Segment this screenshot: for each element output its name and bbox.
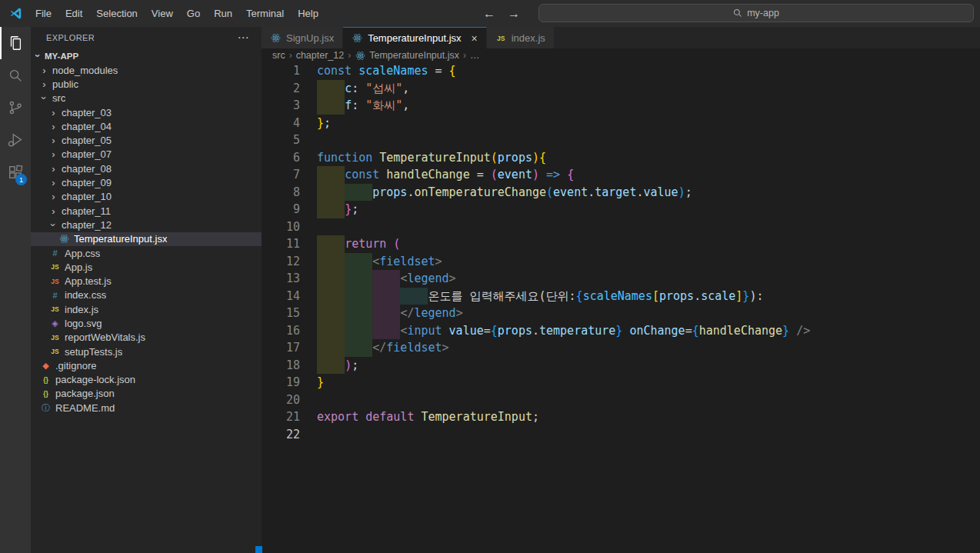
code-line[interactable]: 16 <input value={props.temperature} onCh…: [262, 322, 980, 340]
line-number[interactable]: 3: [262, 97, 300, 115]
code-line[interactable]: 8 props.onTemperatureChange(event.target…: [262, 184, 980, 202]
command-center[interactable]: my-app: [538, 4, 974, 22]
activity-run-debug-button[interactable]: [0, 124, 31, 156]
tree-item[interactable]: ›chapter_05: [31, 133, 262, 147]
line-number[interactable]: 1: [262, 62, 300, 80]
line-number[interactable]: 4: [262, 115, 300, 132]
code-line[interactable]: 18 );: [262, 357, 980, 375]
tree-item[interactable]: ›chapter_11: [31, 204, 262, 218]
forward-arrow-icon[interactable]: →: [508, 7, 520, 21]
code-line[interactable]: 6function TemperatureInput(props){: [262, 149, 980, 167]
line-number[interactable]: 19: [262, 374, 300, 391]
line-number[interactable]: 20: [262, 391, 300, 409]
code-line[interactable]: 7 const handleChange = (event) => {: [262, 166, 980, 184]
tree-item[interactable]: ›node_modules: [31, 63, 262, 77]
tree-item[interactable]: #App.css: [31, 246, 262, 260]
line-number[interactable]: 22: [262, 426, 300, 444]
tree-item[interactable]: ◈logo.svg: [31, 316, 262, 330]
tree-item[interactable]: JSreportWebVitals.js: [31, 331, 262, 345]
tree-item[interactable]: ›chapter_12: [31, 218, 262, 232]
tree-item[interactable]: ›chapter_09: [31, 175, 262, 189]
chevron-right-icon: ›: [49, 108, 58, 117]
menu-item-edit[interactable]: Edit: [58, 5, 89, 22]
tab-index-js[interactable]: JSindex.js: [487, 27, 555, 48]
activity-extensions-button[interactable]: 1: [0, 156, 31, 188]
line-number[interactable]: 5: [262, 132, 300, 149]
menu-item-selection[interactable]: Selection: [89, 5, 144, 22]
tree-item[interactable]: ›chapter_07: [31, 148, 262, 162]
tree-item[interactable]: {}package.json: [31, 387, 262, 401]
tree-item[interactable]: ›chapter_03: [31, 105, 262, 119]
line-number[interactable]: 8: [262, 184, 300, 202]
tree-item[interactable]: ›chapter_08: [31, 162, 262, 175]
tree-item[interactable]: JSApp.js: [31, 260, 262, 274]
tree-item[interactable]: ◆.gitignore: [31, 358, 262, 372]
code-token: [372, 151, 379, 165]
tab-signup-jsx[interactable]: SignUp.jsx: [262, 27, 343, 48]
line-number[interactable]: 21: [262, 408, 300, 426]
tree-item[interactable]: JSindex.js: [31, 302, 262, 316]
menu-item-file[interactable]: File: [28, 5, 58, 22]
code-line[interactable]: 12 <fieldset>: [262, 253, 980, 271]
code-line[interactable]: 22: [262, 426, 980, 444]
line-number[interactable]: 2: [262, 80, 300, 98]
line-number[interactable]: 12: [262, 253, 300, 271]
breadcrumb-item[interactable]: src: [272, 50, 285, 61]
code-line[interactable]: 3 f: "화씨",: [262, 97, 980, 115]
code-line[interactable]: 21export default TemperatureInput;: [262, 408, 980, 426]
tree-item[interactable]: JSsetupTests.js: [31, 345, 262, 358]
menu-item-help[interactable]: Help: [291, 5, 325, 22]
tree-item[interactable]: ›src: [31, 92, 262, 105]
menu-item-go[interactable]: Go: [180, 5, 207, 22]
breadcrumb-item[interactable]: TemperatureInput.jsx: [355, 50, 459, 61]
tree-item[interactable]: ⓘREADME.md: [31, 401, 262, 415]
code-line[interactable]: 11 return (: [262, 235, 980, 253]
tree-item[interactable]: {}package-lock.json: [31, 373, 262, 387]
menu-item-terminal[interactable]: Terminal: [239, 5, 291, 22]
tree-item[interactable]: ›chapter_04: [31, 119, 262, 133]
tab-temperatureinput-jsx[interactable]: TemperatureInput.jsx×: [343, 27, 487, 48]
breadcrumb-item[interactable]: …: [470, 50, 480, 61]
code-line[interactable]: 20: [262, 391, 980, 409]
back-arrow-icon[interactable]: ←: [483, 7, 495, 21]
code-line[interactable]: 13 <legend>: [262, 270, 980, 288]
tree-item[interactable]: #index.css: [31, 288, 262, 302]
workspace-root-folder[interactable]: › MY-APP: [31, 48, 262, 63]
line-number[interactable]: 15: [262, 305, 300, 322]
tree-item[interactable]: TemperatureInput.jsx: [31, 232, 262, 246]
chevron-right-icon: ›: [49, 178, 58, 187]
activity-source-control-button[interactable]: [0, 92, 31, 124]
code-token: </: [372, 341, 386, 355]
code-line[interactable]: 4};: [262, 115, 980, 132]
code-line[interactable]: 19}: [262, 374, 980, 391]
menu-item-view[interactable]: View: [145, 5, 180, 22]
breadcrumb-item[interactable]: chapter_12: [296, 50, 345, 61]
line-number[interactable]: 10: [262, 218, 300, 236]
line-number[interactable]: 16: [262, 322, 300, 340]
line-number[interactable]: 7: [262, 166, 300, 184]
line-number[interactable]: 17: [262, 339, 300, 357]
code-line[interactable]: 14 온도를 입력해주세요(단위:{scaleNames[props.scale…: [262, 288, 980, 305]
line-number[interactable]: 9: [262, 201, 300, 218]
code-line[interactable]: 9 };: [262, 201, 980, 218]
activity-explorer-button[interactable]: [0, 27, 31, 59]
code-editor[interactable]: 1const scaleNames = {2 c: "섭씨",3 f: "화씨"…: [262, 62, 980, 553]
line-number[interactable]: 11: [262, 235, 300, 253]
code-line[interactable]: 1const scaleNames = {: [262, 62, 980, 80]
code-line[interactable]: 17 </fieldset>: [262, 339, 980, 357]
code-line[interactable]: 2 c: "섭씨",: [262, 80, 980, 98]
code-line[interactable]: 15 </legend>: [262, 305, 980, 322]
tree-item[interactable]: JSApp.test.js: [31, 274, 262, 288]
close-icon[interactable]: ×: [472, 33, 478, 44]
code-line[interactable]: 10: [262, 218, 980, 236]
line-number[interactable]: 6: [262, 149, 300, 167]
activity-search-button[interactable]: [0, 59, 31, 92]
code-line[interactable]: 5: [262, 132, 980, 149]
more-actions-icon[interactable]: ⋯: [238, 31, 249, 45]
tree-item[interactable]: ›public: [31, 77, 262, 91]
line-number[interactable]: 13: [262, 270, 300, 288]
menu-item-run[interactable]: Run: [207, 5, 239, 22]
tree-item[interactable]: ›chapter_10: [31, 190, 262, 204]
line-number[interactable]: 18: [262, 357, 300, 375]
line-number[interactable]: 14: [262, 288, 300, 305]
